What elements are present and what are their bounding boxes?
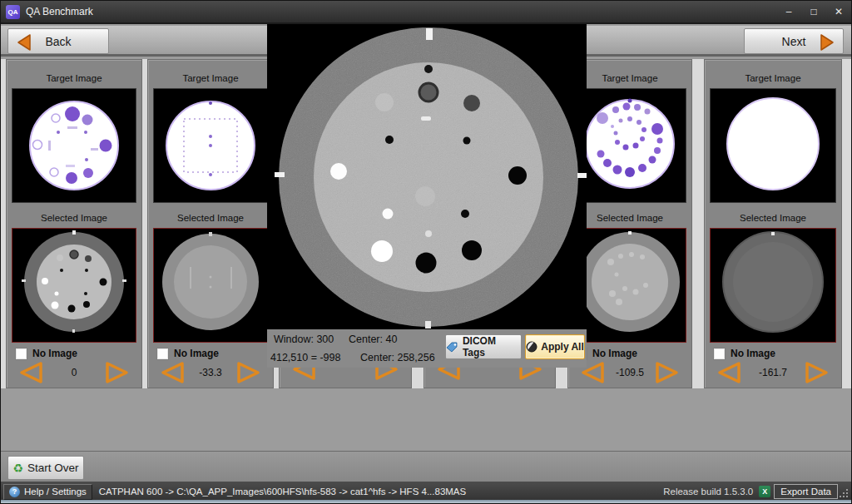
slice-position-value: -161.7 bbox=[742, 367, 804, 378]
recycle-icon: ♻ bbox=[12, 462, 23, 474]
ct-phantom-image[interactable] bbox=[267, 24, 587, 329]
center-readout: Center: 40 bbox=[349, 334, 397, 345]
export-data-button[interactable]: Export Data bbox=[774, 484, 838, 499]
selected-image-thumbnail[interactable] bbox=[12, 228, 136, 343]
dicom-tags-button[interactable]: DICOM Tags bbox=[445, 334, 522, 359]
window-readout: Window: 300 bbox=[274, 334, 334, 345]
no-image-label: No Image bbox=[174, 348, 219, 359]
selected-image-label: Selected Image bbox=[568, 213, 691, 224]
window-title: QA Benchmark bbox=[26, 6, 776, 17]
status-bar: ? Help / Settings CATPHAN 600 -> C:\QA_A… bbox=[1, 482, 851, 502]
help-settings-label: Help / Settings bbox=[24, 487, 87, 497]
selected-image-label: Selected Image bbox=[7, 213, 141, 224]
dicom-tags-label: DICOM Tags bbox=[463, 335, 521, 358]
target-image-label: Target Image bbox=[7, 73, 141, 84]
target-image-label: Target Image bbox=[568, 73, 691, 84]
slice-position-value: 0 bbox=[44, 367, 104, 378]
selected-image-thumbnail[interactable] bbox=[153, 228, 268, 343]
prev-slice-button[interactable] bbox=[159, 361, 186, 384]
minimize-button[interactable]: – bbox=[776, 3, 801, 20]
no-image-label: No Image bbox=[32, 348, 77, 359]
selected-image-thumbnail[interactable] bbox=[710, 228, 836, 343]
slice-position-value: -109.5 bbox=[606, 367, 654, 378]
target-image-thumbnail bbox=[153, 88, 268, 203]
selected-image-label: Selected Image bbox=[705, 213, 841, 224]
window-bottom-edge bbox=[1, 500, 851, 503]
help-settings-button[interactable]: ? Help / Settings bbox=[3, 484, 92, 500]
phantom-column-1: Target Image Selected Image bbox=[6, 59, 142, 388]
release-build-text: Release build 1.5.3.0 bbox=[663, 487, 753, 497]
main-image-viewer: Window: 300 Center: 40 412,510 = -998 Ce… bbox=[267, 24, 587, 368]
no-image-label: No Image bbox=[731, 348, 775, 359]
tag-icon bbox=[446, 342, 458, 353]
resize-grip[interactable] bbox=[840, 489, 850, 499]
next-slice-button[interactable] bbox=[104, 361, 131, 384]
next-slice-button[interactable] bbox=[654, 361, 681, 384]
help-icon: ? bbox=[9, 487, 20, 497]
target-image-thumbnail bbox=[573, 88, 686, 203]
pixel-value-readout: 412,510 = -998 bbox=[270, 352, 340, 363]
no-image-label: No Image bbox=[592, 348, 637, 359]
phantom-column-6: Target Image Selected Image No Image -16… bbox=[704, 59, 842, 388]
export-data-label: Export Data bbox=[780, 487, 831, 497]
target-image-thumbnail bbox=[12, 88, 136, 203]
prev-slice-button[interactable] bbox=[17, 361, 44, 384]
cursor-center-readout: Center: 258,256 bbox=[360, 352, 435, 363]
no-image-checkbox[interactable] bbox=[156, 348, 169, 360]
phantom-column-2: Target Image Selected Image bbox=[147, 59, 274, 388]
close-button[interactable]: ✕ bbox=[826, 3, 851, 20]
no-image-checkbox[interactable] bbox=[15, 348, 27, 360]
slice-position-value: -33.3 bbox=[186, 367, 235, 378]
excel-icon: X bbox=[759, 486, 770, 497]
target-image-label: Target Image bbox=[148, 73, 273, 84]
maximize-button[interactable]: □ bbox=[801, 3, 826, 20]
title-bar: QA QA Benchmark – □ ✕ bbox=[1, 1, 851, 24]
back-arrow-icon bbox=[17, 33, 32, 52]
back-button[interactable]: Back bbox=[7, 28, 109, 54]
next-button[interactable]: Next bbox=[744, 28, 844, 54]
target-image-label: Target Image bbox=[705, 73, 841, 84]
next-arrow-icon bbox=[820, 33, 835, 52]
selected-image-thumbnail[interactable] bbox=[573, 228, 686, 343]
session-path-text: CATPHAN 600 -> C:\QA_APP_Images\600HFS\h… bbox=[99, 487, 466, 497]
app-window: QA QA Benchmark – □ ✕ Back Next Target I… bbox=[0, 0, 852, 504]
start-over-button[interactable]: ♻ Start Over bbox=[7, 456, 84, 480]
next-label: Next bbox=[782, 35, 806, 48]
app-icon: QA bbox=[6, 5, 20, 19]
no-image-checkbox[interactable] bbox=[713, 348, 726, 360]
back-label: Back bbox=[45, 35, 71, 48]
selected-image-label: Selected Image bbox=[148, 213, 273, 224]
next-slice-button[interactable] bbox=[235, 361, 262, 384]
viewer-info-panel: Window: 300 Center: 40 412,510 = -998 Ce… bbox=[267, 329, 587, 368]
next-slice-button[interactable] bbox=[804, 361, 830, 384]
target-image-thumbnail bbox=[710, 88, 836, 203]
apply-all-button[interactable]: Apply All bbox=[525, 334, 585, 359]
prev-slice-button[interactable] bbox=[716, 361, 742, 384]
bottom-strip: ♻ Start Over bbox=[1, 451, 851, 482]
contrast-icon bbox=[526, 341, 537, 353]
apply-all-label: Apply All bbox=[541, 341, 584, 353]
start-over-label: Start Over bbox=[27, 462, 79, 474]
